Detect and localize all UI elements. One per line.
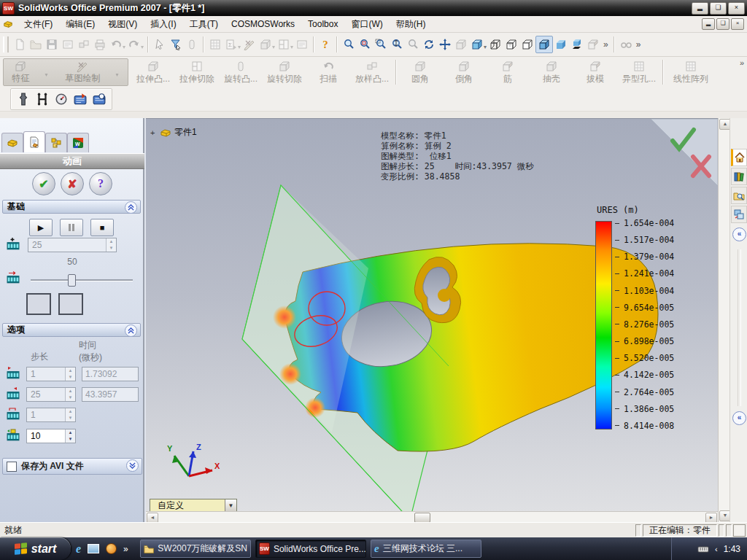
rib-button[interactable]: 筋: [486, 57, 530, 88]
tab-file-explorer[interactable]: [731, 187, 747, 204]
tab-featuremanager[interactable]: [1, 133, 23, 152]
horizontal-scrollbar[interactable]: ◄ ►: [146, 511, 718, 523]
wireframe-icon[interactable]: [487, 36, 503, 52]
cosmos-result-list-icon[interactable]: [91, 91, 107, 107]
properties-icon[interactable]: [294, 36, 310, 52]
extruded-cut-button[interactable]: 拉伸切除: [175, 57, 219, 88]
group-options-header[interactable]: 选项: [2, 323, 141, 337]
draft-button[interactable]: 拔模: [573, 57, 617, 88]
spinner-arrows-icon[interactable]: ▲▼: [65, 429, 75, 443]
ie-quicklaunch-icon[interactable]: e: [76, 542, 81, 556]
edit-part-icon[interactable]: [258, 36, 274, 52]
horizontal-scroll-thumb[interactable]: [414, 513, 430, 523]
frame-slider-track[interactable]: [31, 279, 133, 281]
features-dropdown-icon[interactable]: ▾: [44, 71, 47, 78]
menu-cosmosworks[interactable]: COSMOSWorks: [225, 18, 301, 31]
pan-icon[interactable]: [437, 36, 453, 52]
zoom-in-out-icon[interactable]: [389, 36, 405, 52]
child-close-button[interactable]: ×: [731, 18, 744, 30]
increment-spinbox[interactable]: 1▲▼: [26, 408, 76, 422]
spinner-arrows-icon[interactable]: ▲▼: [65, 368, 75, 381]
taskbar-task-solidworks[interactable]: SW SolidWorks Office Pre...: [255, 540, 366, 558]
keyboard-tray-icon[interactable]: [697, 543, 709, 555]
hidden-lines-removed-icon[interactable]: [519, 36, 535, 52]
zoom-to-area-icon[interactable]: [373, 36, 389, 52]
tree-expand-icon[interactable]: +: [150, 128, 157, 137]
viewport-feature-tree[interactable]: + 零件1: [150, 126, 197, 139]
viewport-layout-dropdown-icon[interactable]: ▾: [290, 44, 293, 50]
command-manager-overflow-icon[interactable]: »: [740, 58, 744, 67]
spinner-arrows-icon[interactable]: ▲▼: [65, 388, 75, 401]
collapse-pane-icon[interactable]: «: [732, 228, 746, 241]
view-settings-icon[interactable]: [618, 36, 634, 52]
revolved-boss-button[interactable]: 旋转凸...: [219, 57, 263, 88]
revolved-cut-button[interactable]: 旋转切除: [263, 57, 306, 88]
taskbar-task-folder[interactable]: SW2007万能破解及SN: [140, 540, 251, 558]
shadows-icon[interactable]: [569, 36, 585, 52]
shaded-icon[interactable]: [553, 36, 569, 52]
extruded-boss-button[interactable]: 拉伸凸...: [131, 57, 175, 88]
cosmos-restraint-icon[interactable]: [15, 91, 31, 107]
close-button[interactable]: ×: [728, 2, 745, 15]
tab-features[interactable]: 特征: [12, 61, 29, 85]
collapse-up-icon[interactable]: [125, 201, 137, 214]
section-view-icon[interactable]: [585, 36, 601, 52]
start-step-spinbox[interactable]: 1▲▼: [26, 367, 76, 381]
frame-slider-thumb[interactable]: [68, 274, 76, 287]
undo-dropdown-icon[interactable]: ▾: [123, 44, 125, 50]
spinner-arrows-icon[interactable]: ▲▼: [106, 238, 116, 252]
linear-pattern-button[interactable]: 线性阵列: [665, 57, 716, 88]
tab-sketch[interactable]: 草图绘制: [65, 61, 100, 85]
sketch-grid-icon[interactable]: [207, 36, 223, 52]
menu-tools[interactable]: 工具(T): [183, 17, 225, 32]
messenger-icon[interactable]: [106, 543, 117, 554]
expand-down-icon[interactable]: [126, 459, 139, 472]
ok-button[interactable]: ✔: [32, 172, 55, 195]
view-orientation-combo[interactable]: 自定义 ▼: [150, 499, 237, 512]
selection-filter-icon[interactable]: [168, 36, 184, 52]
redo-dropdown-icon[interactable]: ▾: [141, 44, 144, 50]
equations-dropdown-icon[interactable]: ▾: [238, 44, 241, 50]
tab-solidworks-resources[interactable]: [731, 149, 747, 166]
standard-views-icon[interactable]: [469, 36, 485, 52]
toolbar-grip[interactable]: [3, 36, 9, 52]
toolbar-overflow-icon[interactable]: »: [636, 39, 641, 50]
frames-spinbox[interactable]: 25 ▲▼: [28, 238, 117, 252]
toolbar-overflow-icon[interactable]: »: [603, 39, 608, 50]
fillet-button[interactable]: 圆角: [398, 57, 442, 88]
cosmos-load-icon[interactable]: [34, 91, 50, 107]
menu-view[interactable]: 视图(V): [101, 17, 144, 32]
menu-edit[interactable]: 编辑(E): [59, 17, 101, 32]
tab-configurationmanager[interactable]: [45, 133, 67, 152]
play-button[interactable]: ▶: [29, 219, 53, 236]
edit-part-dropdown-icon[interactable]: ▾: [272, 44, 275, 50]
end-time-field[interactable]: 43.3957: [82, 387, 139, 402]
cancel-button[interactable]: ✘: [61, 172, 84, 195]
tray-expand-icon[interactable]: ‹: [715, 545, 718, 553]
tab-design-library[interactable]: [731, 168, 747, 185]
tab-view-palette[interactable]: [731, 206, 747, 223]
minimize-button[interactable]: ▂: [692, 2, 708, 15]
cosmos-result-plot-icon[interactable]: [72, 91, 88, 107]
cosmos-gauge-icon[interactable]: [53, 91, 69, 107]
sweep-button[interactable]: 扫描: [306, 57, 350, 88]
record-option-button-2[interactable]: [58, 293, 83, 315]
show-desktop-icon[interactable]: [88, 544, 99, 553]
save-icon[interactable]: [44, 36, 60, 52]
combo-dropdown-icon[interactable]: ▼: [225, 499, 236, 512]
stop-button[interactable]: ■: [90, 219, 114, 236]
graphics-viewport[interactable]: + 零件1 模型名称: 零件1算例名称: 算例 2图解类型: 位移1图解步长: …: [146, 118, 718, 512]
equations-icon[interactable]: [223, 36, 239, 52]
loft-button[interactable]: 放样凸...: [350, 57, 394, 88]
group-save-avi-header[interactable]: 保存为 AVI 文件: [2, 458, 142, 475]
edit-sketch-icon[interactable]: [241, 36, 258, 52]
select-icon[interactable]: [152, 36, 168, 52]
child-restore-button[interactable]: ❏: [716, 18, 729, 30]
3d-drawing-view-icon[interactable]: [453, 36, 469, 52]
shaded-with-edges-icon[interactable]: [535, 36, 553, 53]
collapse-pane-icon[interactable]: «: [732, 411, 746, 425]
vertical-scrollbar[interactable]: ▲ ▼: [718, 118, 729, 522]
zoom-to-fit-icon[interactable]: [357, 36, 373, 52]
fps-spinbox[interactable]: 10▲▼: [26, 429, 76, 443]
shell-button[interactable]: 抽壳: [530, 57, 573, 88]
